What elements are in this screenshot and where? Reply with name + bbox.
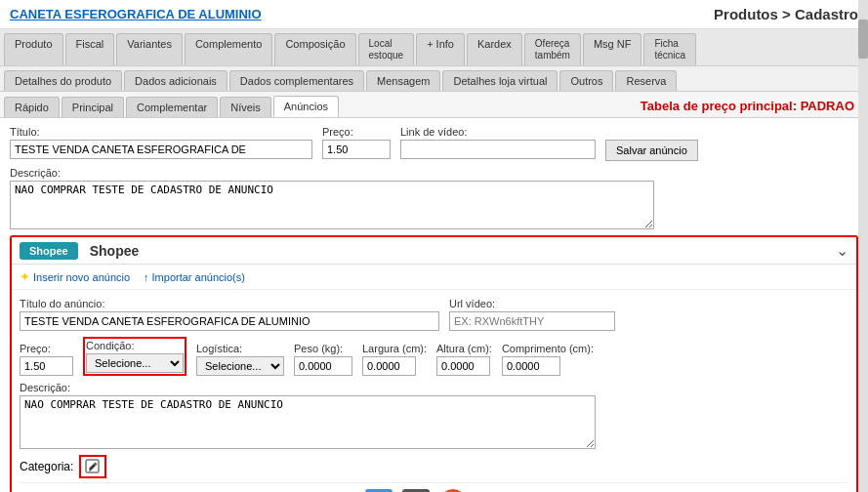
titulo-anuncio-group: Título do anúncio: (20, 298, 439, 331)
tab-niveis[interactable]: Níveis (220, 97, 271, 117)
tab-rapido[interactable]: Rápido (4, 97, 60, 117)
tab-produto[interactable]: Produto (4, 33, 63, 65)
tab-fiscal[interactable]: Fiscal (65, 33, 115, 65)
shopee-form-row2: Preço: Condição: Selecione... Novo Usado… (20, 337, 848, 376)
tab-outros[interactable]: Outros (559, 70, 613, 91)
tab-complemento[interactable]: Complemento (185, 33, 272, 65)
inserir-novo-anuncio-link[interactable]: ✦ Inserir novo anúncio (20, 269, 130, 284)
descricao-shopee-group: Descrição: NAO COMPRAR TESTE DE CADASTRO… (20, 382, 596, 449)
tab-mensagem[interactable]: Mensagem (366, 70, 440, 91)
condicao-group: Condição: Selecione... Novo Usado (83, 337, 186, 376)
titulo-label: Título: (10, 126, 312, 138)
tab-kardex[interactable]: Kardex (467, 33, 522, 65)
price-table-label: Tabela de preço principal: PADRAO (641, 99, 864, 113)
tab-complementar[interactable]: Complementar (126, 97, 218, 117)
titulo-input[interactable] (10, 140, 312, 159)
preco-shopee-label: Preço: (20, 343, 73, 354)
altura-label: Altura (cm): (436, 343, 492, 354)
condicao-label: Condição: (86, 340, 184, 351)
edit-icon (85, 459, 101, 474)
altura-input[interactable] (436, 356, 490, 376)
tab-detalhes-loja-virtual[interactable]: Detalhes loja virtual (442, 70, 558, 91)
comprimento-input[interactable] (502, 356, 560, 376)
descricao-shopee-textarea[interactable]: NAO COMPRAR TESTE DE CADASTRO DE ANUNCIO (20, 395, 596, 449)
preco-group: Preço: (322, 126, 391, 159)
tabs-row-2: Detalhes do produto Dados adicionais Dad… (0, 66, 868, 92)
preco-label: Preço: (322, 126, 391, 138)
descricao-textarea[interactable]: NAO COMPRAR TESTE DE CADASTRO DE ANUNCIO (10, 181, 654, 229)
product-title[interactable]: CANETA ESFEROGRAFICA DE ALUMINIO (10, 7, 262, 21)
logistica-label: Logística: (196, 343, 284, 354)
preco-shopee-group: Preço: (20, 343, 73, 376)
descricao-group: Descrição: NAO COMPRAR TESTE DE CADASTRO… (10, 167, 654, 229)
tab-composicao[interactable]: Composição (274, 33, 355, 65)
import-icon: ↑ (144, 271, 149, 283)
shopee-actions: ✦ Inserir novo anúncio ↑ Importar anúnci… (12, 265, 856, 290)
scrollbar-thumb[interactable] (858, 20, 868, 59)
link-video-group: Link de vídeo: (400, 126, 596, 159)
tab-msg-nf[interactable]: Msg NF (583, 33, 642, 65)
tabs-row-3: Rápido Principal Complementar Níveis Anú… (0, 92, 868, 118)
preco-shopee-input[interactable] (20, 356, 73, 376)
logistica-group: Logística: Selecione... (196, 343, 284, 376)
categoria-label: Categoria: (20, 460, 73, 473)
link-video-label: Link de vídeo: (400, 126, 596, 138)
shopee-header: Shopee Shopee ⌄ (12, 237, 856, 265)
importar-anuncios-link[interactable]: ↑ Importar anúncio(s) (144, 271, 245, 283)
tab-anuncios[interactable]: Anúncios (273, 96, 339, 117)
shopee-form: Título do anúncio: Url vídeo: Preço: (12, 290, 856, 492)
tab-principal[interactable]: Principal (62, 97, 124, 117)
url-video-input[interactable] (449, 311, 615, 331)
peso-input[interactable] (294, 356, 352, 376)
salvar-anuncio-button[interactable]: Salvar anúncio (605, 140, 698, 161)
shopee-form-row3: Descrição: NAO COMPRAR TESTE DE CADASTRO… (20, 382, 848, 449)
shopee-title: Shopee (90, 243, 140, 259)
main-form-row2: Descrição: NAO COMPRAR TESTE DE CADASTRO… (10, 167, 858, 229)
link-video-input[interactable] (400, 140, 596, 159)
tab-info[interactable]: + Info (416, 33, 465, 65)
titulo-anuncio-label: Título do anúncio: (20, 298, 439, 309)
peso-group: Peso (kg): (294, 343, 352, 376)
categoria-edit-icon[interactable] (79, 455, 106, 478)
titulo-anuncio-input[interactable] (20, 311, 439, 331)
tab-ficha-tecnica[interactable]: Fichatécnica (643, 33, 696, 65)
tab-variantes[interactable]: Variantes (116, 33, 183, 65)
titulo-group: Título: (10, 126, 312, 159)
action-icons: S ✕ (20, 482, 848, 492)
url-video-group: Url vídeo: (449, 298, 615, 331)
logistica-select[interactable]: Selecione... (196, 356, 284, 376)
main-form-row1: Título: Preço: Link de vídeo: Salvar anú… (10, 126, 858, 161)
peso-label: Peso (kg): (294, 343, 352, 354)
tab-reserva[interactable]: Reserva (615, 70, 677, 91)
shopee-form-row1: Título do anúncio: Url vídeo: (20, 298, 848, 331)
tab-detalhes-produto[interactable]: Detalhes do produto (4, 70, 122, 91)
largura-label: Largura (cm): (362, 343, 427, 354)
main-content: Título: Preço: Link de vídeo: Salvar anú… (0, 118, 868, 492)
altura-group: Altura (cm): (436, 343, 492, 376)
descricao-shopee-label: Descrição: (20, 382, 596, 393)
condicao-select[interactable]: Selecione... Novo Usado (86, 353, 184, 373)
scrollbar[interactable] (858, 0, 868, 492)
descricao-label: Descrição: (10, 167, 654, 179)
comprimento-label: Comprimento (cm): (502, 343, 594, 354)
comprimento-group: Comprimento (cm): (502, 343, 594, 376)
tab-ofereca-tambem[interactable]: Ofereçatambém (524, 33, 581, 65)
preco-input[interactable] (322, 140, 391, 159)
star-icon: ✦ (20, 269, 30, 284)
shopee-section: Shopee Shopee ⌄ ✦ Inserir novo anúncio ↑… (10, 235, 858, 492)
tab-dados-adicionais[interactable]: Dados adicionais (124, 70, 227, 91)
shopee-button[interactable]: Shopee (20, 242, 78, 260)
chevron-down-icon[interactable]: ⌄ (836, 241, 848, 260)
shopee-header-left: Shopee Shopee (20, 242, 139, 260)
categoria-row: Categoria: (20, 455, 848, 478)
largura-group: Largura (cm): (362, 343, 427, 376)
breadcrumb: Produtos > Cadastro (714, 6, 858, 22)
tab-local-estoque[interactable]: Localestoque (358, 33, 415, 65)
url-video-label: Url vídeo: (449, 298, 615, 309)
largura-input[interactable] (362, 356, 416, 376)
tab-dados-complementares[interactable]: Dados complementares (229, 70, 364, 91)
tabs-row-1: Produto Fiscal Variantes Complemento Com… (0, 29, 868, 66)
